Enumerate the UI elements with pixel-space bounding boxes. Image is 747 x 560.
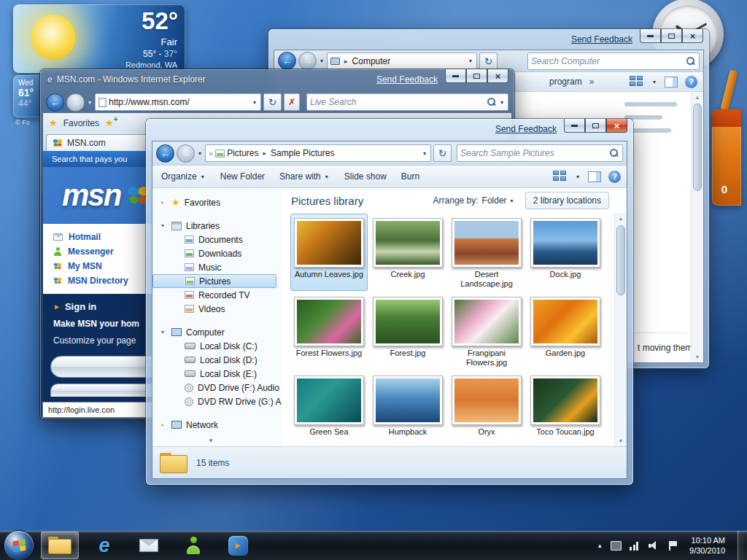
views-dropdown-icon[interactable]: ▾ [653, 79, 656, 85]
address-breadcrumb[interactable]: ▸ Computer ▾ [327, 52, 477, 70]
volume-tray-icon[interactable] [649, 541, 659, 551]
minimize-button[interactable] [445, 69, 466, 83]
file-item-toucan[interactable]: Toco Toucan.jpg [527, 371, 604, 446]
favorites-star-icon[interactable]: ★ [49, 118, 58, 128]
scrollbar-thumb[interactable] [616, 225, 625, 295]
back-button[interactable]: ← [156, 144, 174, 163]
expander-icon[interactable]: ▾ [161, 222, 164, 229]
live-search-input[interactable] [310, 97, 484, 107]
files-scrollbar[interactable]: ▲ ▼ [614, 213, 627, 446]
file-item-forest[interactable]: Forest.jpg [369, 292, 446, 370]
expander-icon[interactable]: ▸ [161, 199, 164, 206]
breadcrumb-overflow-icon[interactable]: « [209, 149, 213, 158]
pictures-window[interactable]: Send Feedback × ← → ▾ « Pictures ▸ Sampl… [146, 119, 633, 485]
pictures-search-input[interactable] [460, 148, 607, 158]
action-center-tray-icon[interactable] [667, 541, 678, 551]
start-button[interactable] [4, 530, 34, 560]
file-item-forest-flowers[interactable]: Forest Flowers.jpg [290, 292, 368, 370]
stop-button[interactable]: ✗ [284, 93, 300, 111]
views-dropdown-icon[interactable]: ▾ [576, 174, 579, 180]
taskbar-messenger-button[interactable] [174, 532, 212, 559]
send-feedback-link[interactable]: Send Feedback [571, 34, 632, 44]
minimize-button[interactable] [564, 119, 585, 133]
burn-button[interactable]: Burn [401, 171, 419, 182]
sidebar-item-local-disk-c[interactable]: Local Disk (C:) [152, 339, 282, 353]
scrollbar-thumb[interactable] [693, 104, 702, 191]
address-dropdown-icon[interactable]: ▾ [423, 150, 426, 157]
favorites-label[interactable]: Favorites [63, 118, 99, 128]
show-desktop-button[interactable] [738, 531, 747, 560]
notes-gadget[interactable]: 0 [712, 109, 741, 206]
computer-scrollbar[interactable]: ▲ ▼ [691, 92, 703, 362]
help-icon[interactable]: ? [685, 76, 697, 88]
search-dropdown-icon[interactable]: ▾ [500, 99, 503, 106]
file-item-green-sea[interactable]: Green Sea [290, 371, 368, 446]
url-dropdown-icon[interactable]: ▾ [253, 99, 256, 106]
file-item-humpback[interactable]: Humpback [369, 371, 446, 446]
new-folder-button[interactable]: New Folder [220, 171, 265, 182]
taskbar-ie-button[interactable]: e [85, 532, 123, 559]
sidebar-item-libraries[interactable]: ▾Libraries [152, 219, 282, 233]
maximize-button[interactable] [585, 119, 606, 133]
maximize-button[interactable] [466, 69, 487, 83]
sidebar-item-documents[interactable]: Documents [152, 233, 282, 246]
add-favorite-icon[interactable]: ★ [105, 117, 114, 128]
tab-msn[interactable]: MSN.com [46, 134, 148, 151]
close-button[interactable]: × [606, 119, 627, 133]
file-item-garden[interactable]: Garden.jpg [527, 292, 604, 370]
breadcrumb-pictures[interactable]: Pictures [227, 148, 258, 158]
refresh-button[interactable]: ↻ [433, 144, 452, 162]
file-item-desert[interactable]: Desert Landscape.jpg [448, 214, 525, 291]
sidebar-item-music[interactable]: Music [152, 260, 282, 274]
network-tray-icon[interactable] [630, 541, 640, 551]
send-feedback-link[interactable]: Send Feedback [376, 74, 438, 85]
expander-icon[interactable]: ▸ [161, 421, 164, 428]
scroll-up-icon[interactable]: ▲ [692, 92, 703, 103]
slide-show-button[interactable]: Slide show [344, 171, 387, 182]
scroll-down-icon[interactable]: ▼ [615, 435, 627, 446]
display-tray-icon[interactable] [611, 541, 622, 551]
forward-button[interactable]: → [177, 144, 195, 163]
taskbar-mail-button[interactable] [130, 532, 168, 559]
file-item-oryx[interactable]: Oryx [448, 371, 525, 446]
sidebar-item-dvd-f[interactable]: DVD Drive (F:) Audio [152, 381, 282, 394]
preview-pane-icon[interactable] [588, 171, 601, 182]
file-item-creek[interactable]: Creek.jpg [369, 214, 446, 291]
preview-pane-icon[interactable] [665, 77, 678, 88]
expander-icon[interactable]: ▾ [161, 329, 164, 335]
address-dropdown-icon[interactable]: ▾ [469, 58, 472, 64]
computer-search-input[interactable] [531, 56, 684, 66]
ie-titlebar[interactable]: e MSN.com - Windows Internet Explorer Se… [40, 69, 514, 91]
pictures-titlebar[interactable]: Send Feedback × [146, 119, 633, 141]
pictures-search-box[interactable] [457, 144, 623, 162]
help-icon[interactable]: ? [608, 171, 621, 183]
recent-pages-dropdown-icon[interactable]: ▾ [320, 58, 323, 64]
share-with-button[interactable]: Share with▾ [279, 171, 330, 182]
organize-button[interactable]: Organize▾ [161, 171, 206, 182]
arrange-by-dropdown[interactable]: Folder▾ [482, 195, 515, 206]
sidebar-scroll-down-icon[interactable]: ▼ [208, 438, 214, 444]
toolbar-command-fragment[interactable]: program [549, 77, 582, 87]
taskbar-clock[interactable]: 10:10 AM 9/30/2010 [689, 535, 725, 556]
close-button[interactable]: × [682, 29, 703, 43]
sidebar-item-videos[interactable]: Videos [152, 302, 282, 316]
address-breadcrumb[interactable]: « Pictures ▸ Sample Pictures ▾ [205, 144, 431, 162]
scroll-up-icon[interactable]: ▲ [615, 213, 627, 224]
url-input[interactable] [109, 97, 249, 107]
send-feedback-link[interactable]: Send Feedback [495, 124, 557, 134]
taskbar-explorer-button[interactable] [41, 532, 79, 559]
scroll-down-icon[interactable]: ▼ [692, 351, 703, 362]
refresh-button[interactable]: ↻ [263, 93, 282, 111]
sidebar-item-pictures[interactable]: Pictures [152, 274, 276, 288]
sidebar-item-network[interactable]: ▸Network [152, 418, 282, 432]
refresh-button[interactable]: ↻ [479, 52, 498, 70]
forward-button[interactable]: → [298, 52, 317, 70]
recent-pages-dropdown-icon[interactable]: ▾ [88, 99, 91, 106]
show-hidden-icons-button[interactable]: ▲ [597, 542, 603, 549]
back-button[interactable]: ← [46, 93, 64, 112]
sidebar-item-computer[interactable]: ▾Computer [152, 325, 282, 339]
sidebar-item-dvd-g[interactable]: DVD RW Drive (G:) A [152, 394, 282, 408]
sidebar-item-favorites[interactable]: ▸★Favorites [152, 195, 282, 209]
sidebar-item-recorded-tv[interactable]: Recorded TV [152, 288, 282, 302]
toolbar-overflow-chevron[interactable]: » [589, 77, 595, 87]
